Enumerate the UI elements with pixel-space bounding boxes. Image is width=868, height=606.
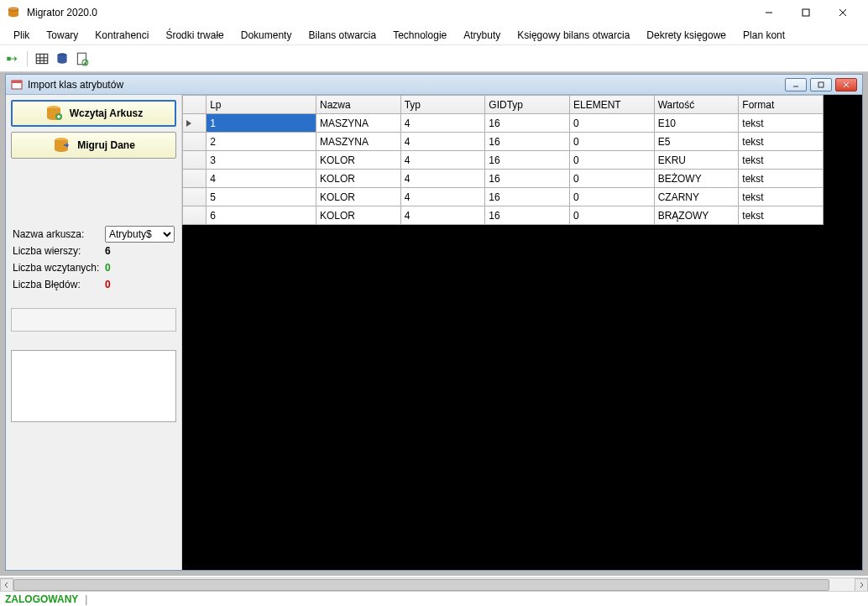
cell[interactable]: 16 bbox=[485, 188, 570, 206]
cell[interactable]: 6 bbox=[207, 206, 316, 225]
table-row[interactable]: 4KOLOR4160BEŻOWYtekst bbox=[183, 170, 824, 188]
row-header[interactable] bbox=[183, 151, 207, 170]
cell[interactable]: tekst bbox=[739, 188, 824, 206]
cell[interactable]: E10 bbox=[654, 114, 739, 133]
cell[interactable]: 0 bbox=[569, 114, 654, 133]
toolbar bbox=[0, 45, 868, 72]
scroll-track[interactable] bbox=[13, 578, 855, 592]
col-lp[interactable]: Lp bbox=[207, 96, 316, 114]
cell[interactable]: 4 bbox=[400, 170, 485, 188]
menu-ksiegowy-bilans[interactable]: Księgowy bilans otwarcia bbox=[509, 26, 638, 44]
table-row[interactable]: 2MASZYNA4160E5tekst bbox=[183, 133, 824, 151]
cell[interactable]: 4 bbox=[400, 188, 485, 206]
cell[interactable]: 16 bbox=[485, 133, 570, 151]
cell[interactable]: 1 bbox=[207, 114, 316, 133]
row-header[interactable] bbox=[183, 133, 207, 151]
cell[interactable]: tekst bbox=[739, 114, 824, 133]
table-row[interactable]: 3KOLOR4160EKRUtekst bbox=[183, 151, 824, 170]
toolbar-connect-icon[interactable] bbox=[5, 51, 20, 66]
cell[interactable]: 4 bbox=[207, 170, 316, 188]
cell[interactable]: BRĄZOWY bbox=[654, 206, 739, 225]
scroll-left-button[interactable] bbox=[0, 578, 13, 592]
cell[interactable]: 16 bbox=[485, 114, 570, 133]
menu-atrybuty[interactable]: Atrybuty bbox=[455, 26, 509, 44]
close-button[interactable] bbox=[824, 1, 861, 24]
row-header[interactable] bbox=[183, 170, 207, 188]
row-header[interactable] bbox=[183, 188, 207, 206]
cell[interactable]: tekst bbox=[739, 133, 824, 151]
cell[interactable]: 5 bbox=[207, 188, 316, 206]
cell[interactable]: 2 bbox=[207, 133, 316, 151]
left-panel: Wczytaj Arkusz Migruj Dane Nazwa arkusza… bbox=[6, 95, 182, 570]
table-row[interactable]: 6KOLOR4160BRĄZOWYtekst bbox=[183, 206, 824, 225]
migrate-data-button[interactable]: Migruj Dane bbox=[11, 132, 176, 159]
cell[interactable]: 16 bbox=[485, 170, 570, 188]
child-maximize-button[interactable] bbox=[810, 78, 832, 91]
toolbar-sheet-icon[interactable] bbox=[75, 51, 90, 66]
cell[interactable]: MASZYNA bbox=[316, 114, 401, 133]
grid-corner[interactable] bbox=[183, 96, 207, 114]
child-icon bbox=[11, 79, 23, 91]
horizontal-scrollbar[interactable] bbox=[0, 577, 868, 591]
maximize-button[interactable] bbox=[787, 1, 824, 24]
row-header[interactable] bbox=[183, 206, 207, 225]
col-format[interactable]: Format bbox=[739, 96, 824, 114]
menu-dekrety[interactable]: Dekrety księgowe bbox=[638, 26, 735, 44]
cell[interactable]: KOLOR bbox=[316, 170, 401, 188]
cell[interactable]: 0 bbox=[569, 188, 654, 206]
cell[interactable]: 16 bbox=[485, 151, 570, 170]
cell[interactable]: 0 bbox=[569, 133, 654, 151]
cell[interactable]: tekst bbox=[739, 206, 824, 225]
cell[interactable]: 16 bbox=[485, 206, 570, 225]
child-minimize-button[interactable] bbox=[785, 78, 807, 91]
cell[interactable]: KOLOR bbox=[316, 188, 401, 206]
table-row[interactable]: 1MASZYNA4160E10tekst bbox=[183, 114, 824, 133]
menu-srodki[interactable]: Środki trwałe bbox=[157, 26, 232, 44]
menu-towary[interactable]: Towary bbox=[38, 26, 86, 44]
cell[interactable]: EKRU bbox=[654, 151, 739, 170]
row-header[interactable] bbox=[183, 114, 207, 133]
sheet-name-select[interactable]: Atrybuty$ bbox=[105, 226, 175, 243]
col-nazwa[interactable]: Nazwa bbox=[316, 96, 401, 114]
child-close-button[interactable] bbox=[835, 78, 857, 91]
col-gidtyp[interactable]: GIDTyp bbox=[485, 96, 570, 114]
table-row[interactable]: 5KOLOR4160CZARNYtekst bbox=[183, 188, 824, 206]
data-grid[interactable]: Lp Nazwa Typ GIDTyp ELEMENT Wartość Form… bbox=[182, 95, 824, 225]
menu-bilans[interactable]: Bilans otwarcia bbox=[300, 26, 384, 44]
cell[interactable]: 0 bbox=[569, 170, 654, 188]
cell[interactable]: KOLOR bbox=[316, 206, 401, 225]
cell[interactable]: tekst bbox=[739, 170, 824, 188]
cell[interactable]: KOLOR bbox=[316, 151, 401, 170]
grid-area: Lp Nazwa Typ GIDTyp ELEMENT Wartość Form… bbox=[182, 95, 862, 570]
menu-dokumenty[interactable]: Dokumenty bbox=[233, 26, 301, 44]
cell[interactable]: 4 bbox=[400, 114, 485, 133]
rows-label: Liczba wierszy: bbox=[13, 245, 105, 257]
cell[interactable]: 4 bbox=[400, 206, 485, 225]
menu-plan-kont[interactable]: Plan kont bbox=[735, 26, 793, 44]
cell[interactable]: 4 bbox=[400, 151, 485, 170]
load-sheet-button[interactable]: Wczytaj Arkusz bbox=[11, 100, 176, 127]
col-wartosc[interactable]: Wartość bbox=[654, 96, 739, 114]
cell[interactable]: BEŻOWY bbox=[654, 170, 739, 188]
minimize-button[interactable] bbox=[750, 1, 787, 24]
menu-plik[interactable]: Plik bbox=[5, 26, 38, 44]
log-textarea[interactable] bbox=[11, 350, 176, 422]
menu-technologie[interactable]: Technologie bbox=[384, 26, 455, 44]
cell[interactable]: tekst bbox=[739, 151, 824, 170]
cell[interactable]: 3 bbox=[207, 151, 316, 170]
toolbar-db-icon[interactable] bbox=[55, 51, 70, 66]
cell[interactable]: 0 bbox=[569, 206, 654, 225]
cell[interactable]: 0 bbox=[569, 151, 654, 170]
cell[interactable]: 4 bbox=[400, 133, 485, 151]
toolbar-grid-icon[interactable] bbox=[34, 51, 50, 66]
load-sheet-label: Wczytaj Arkusz bbox=[70, 107, 144, 119]
col-element[interactable]: ELEMENT bbox=[569, 96, 654, 114]
scroll-thumb[interactable] bbox=[13, 579, 829, 591]
cell[interactable]: CZARNY bbox=[654, 188, 739, 206]
cell[interactable]: MASZYNA bbox=[316, 133, 401, 151]
menu-kontrahenci[interactable]: Kontrahenci bbox=[86, 26, 157, 44]
scroll-right-button[interactable] bbox=[855, 578, 868, 592]
col-typ[interactable]: Typ bbox=[400, 96, 485, 114]
progress-placeholder bbox=[11, 308, 176, 332]
cell[interactable]: E5 bbox=[654, 133, 739, 151]
